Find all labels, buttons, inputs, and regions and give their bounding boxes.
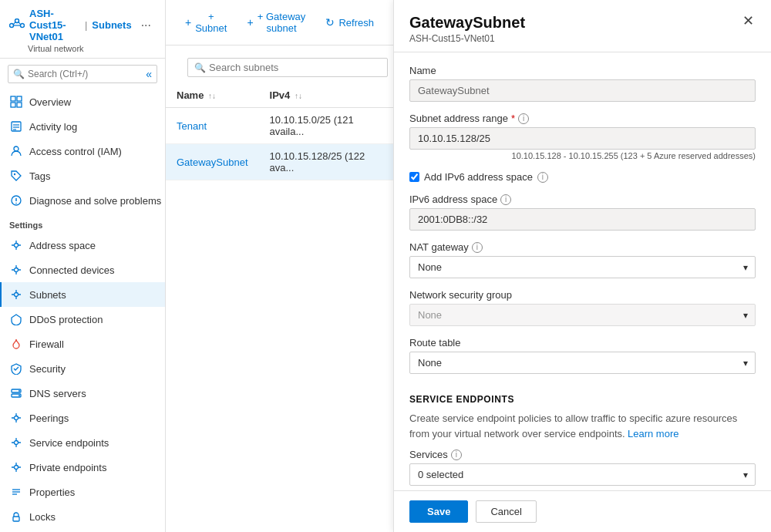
subnet-search-input[interactable] bbox=[209, 62, 381, 73]
services-select[interactable]: 0 selected bbox=[409, 463, 756, 486]
cancel-button[interactable]: Cancel bbox=[476, 500, 536, 523]
sidebar-header: ASH-Cust15-VNet01 | Subnets ··· Virtual … bbox=[0, 0, 165, 59]
services-info-icon[interactable]: i bbox=[451, 450, 462, 460]
subnet-search-icon: 🔍 bbox=[194, 62, 206, 73]
sidebar-item-firewall[interactable]: Firewall bbox=[0, 332, 165, 356]
learn-more-link[interactable]: Learn more bbox=[628, 428, 678, 439]
nat-gateway-info-icon[interactable]: i bbox=[472, 242, 483, 253]
sidebar-item-tags[interactable]: Tags bbox=[0, 163, 165, 188]
address-space-icon bbox=[9, 238, 23, 252]
name-field-group: Name bbox=[409, 65, 756, 102]
row-gateway-ipv4: 10.10.15.128/25 (122 ava... bbox=[259, 144, 393, 180]
svg-point-28 bbox=[15, 466, 19, 470]
subnet-range-label: Subnet address range * i bbox=[409, 113, 756, 124]
table-row[interactable]: Tenant 10.10.15.0/25 (121 availa... bbox=[166, 108, 393, 144]
subnet-range-group: Subnet address range * i 10.10.15.128 - … bbox=[409, 113, 756, 160]
sidebar-item-properties[interactable]: Properties bbox=[0, 480, 165, 504]
sidebar-item-security[interactable]: Security bbox=[0, 356, 165, 381]
sidebar-item-overview[interactable]: Overview bbox=[0, 89, 165, 114]
svg-point-1 bbox=[21, 23, 25, 27]
add-gateway-label: + Gateway subnet bbox=[258, 11, 306, 34]
tenant-link[interactable]: Tenant bbox=[177, 120, 207, 132]
access-control-label: Access control (IAM) bbox=[29, 146, 122, 157]
sidebar-collapse-button[interactable]: « bbox=[146, 68, 152, 80]
sidebar-search-box[interactable]: 🔍 « bbox=[8, 65, 157, 83]
nsg-group: Network security group None ▾ bbox=[409, 289, 756, 326]
panel-body: Name Subnet address range * i 10.10.15.1… bbox=[394, 52, 771, 490]
sidebar-more-button[interactable]: ··· bbox=[136, 15, 156, 35]
refresh-icon: ↻ bbox=[325, 16, 335, 29]
svg-rect-6 bbox=[11, 96, 15, 101]
nat-gateway-label: NAT gateway i bbox=[409, 241, 756, 253]
connected-devices-label: Connected devices bbox=[29, 264, 115, 276]
svg-point-25 bbox=[19, 395, 20, 396]
ipv6-space-info-icon[interactable]: i bbox=[500, 194, 511, 205]
add-subnet-button[interactable]: + + Subnet bbox=[177, 6, 235, 39]
gateway-link[interactable]: GatewaySubnet bbox=[177, 157, 248, 168]
service-endpoints-desc: Create service endpoint policies to allo… bbox=[409, 411, 756, 441]
save-button[interactable]: Save bbox=[409, 500, 468, 523]
col-name-sort-icon[interactable]: ↑↓ bbox=[208, 92, 216, 100]
sidebar-item-diagnose[interactable]: Diagnose and solve problems bbox=[0, 188, 165, 213]
service-endpoints-label: Service endpoints bbox=[29, 437, 109, 449]
private-endpoints-label: Private endpoints bbox=[29, 462, 106, 473]
ipv6-space-input[interactable] bbox=[409, 208, 756, 231]
sidebar-item-locks[interactable]: Locks bbox=[0, 504, 165, 529]
subnets-table: Name ↑↓ IPv4 ↑↓ Tenant 10.10.15.0/25 (12… bbox=[166, 83, 393, 180]
main-content: + + Subnet + + Gateway subnet ↻ Refresh … bbox=[166, 0, 393, 532]
service-endpoints-section-title: SERVICE ENDPOINTS bbox=[409, 394, 756, 405]
sidebar-nav: Overview Activity log Access control (IA… bbox=[0, 89, 165, 532]
sidebar-resource-name: ASH-Cust15-VNet01 bbox=[29, 8, 80, 42]
activity-log-label: Activity log bbox=[29, 121, 77, 133]
route-table-label: Route table bbox=[409, 337, 756, 348]
row-gateway-name: GatewaySubnet bbox=[166, 144, 259, 180]
settings-section-label: Settings bbox=[0, 213, 165, 233]
add-ipv6-info-icon[interactable]: i bbox=[537, 172, 548, 183]
ipv6-space-group: IPv6 address space i bbox=[409, 194, 756, 231]
sidebar-item-activity-log[interactable]: Activity log bbox=[0, 114, 165, 139]
add-ipv6-label[interactable]: Add IPv6 address space bbox=[424, 171, 533, 183]
add-gateway-icon: + bbox=[247, 16, 253, 29]
ddos-icon bbox=[9, 312, 23, 326]
sidebar-item-private-endpoints[interactable]: Private endpoints bbox=[0, 455, 165, 480]
refresh-button[interactable]: ↻ Refresh bbox=[317, 12, 382, 33]
properties-icon bbox=[9, 485, 23, 499]
subnet-range-info-icon[interactable]: i bbox=[518, 113, 529, 124]
sidebar-search-input[interactable] bbox=[28, 69, 144, 79]
services-group: Services i 0 selected ▾ bbox=[409, 449, 756, 486]
svg-line-3 bbox=[13, 22, 15, 25]
svg-point-27 bbox=[15, 441, 19, 445]
svg-point-26 bbox=[15, 416, 19, 420]
locks-icon bbox=[9, 510, 23, 524]
sidebar-item-ddos[interactable]: DDoS protection bbox=[0, 307, 165, 332]
sidebar-item-service-endpoints[interactable]: Service endpoints bbox=[0, 430, 165, 455]
sidebar-item-dns[interactable]: DNS servers bbox=[0, 381, 165, 406]
add-subnet-icon: + bbox=[185, 16, 191, 29]
services-select-wrapper: 0 selected ▾ bbox=[409, 463, 756, 486]
svg-point-20 bbox=[15, 268, 19, 272]
sidebar-item-peerings[interactable]: Peerings bbox=[0, 406, 165, 430]
route-table-select[interactable]: None bbox=[409, 352, 756, 374]
nsg-label: Network security group bbox=[409, 289, 756, 301]
sidebar-item-address-space[interactable]: Address space bbox=[0, 233, 165, 258]
panel-footer: Save Cancel bbox=[394, 490, 771, 532]
table-row[interactable]: GatewaySubnet 10.10.15.128/25 (122 ava..… bbox=[166, 144, 393, 180]
add-gateway-button[interactable]: + + Gateway subnet bbox=[238, 6, 314, 39]
add-ipv6-checkbox[interactable] bbox=[409, 172, 419, 182]
sidebar-item-access-control[interactable]: Access control (IAM) bbox=[0, 139, 165, 163]
dns-label: DNS servers bbox=[29, 388, 86, 399]
add-subnet-label: + Subnet bbox=[195, 11, 227, 34]
svg-rect-32 bbox=[13, 517, 19, 521]
subnet-search-box[interactable]: 🔍 bbox=[187, 58, 388, 77]
col-ipv4-sort-icon[interactable]: ↑↓ bbox=[295, 92, 302, 100]
panel-close-button[interactable]: ✕ bbox=[741, 14, 756, 28]
nsg-select: None bbox=[409, 304, 756, 326]
peerings-label: Peerings bbox=[29, 412, 69, 424]
sidebar-item-connected-devices[interactable]: Connected devices bbox=[0, 258, 165, 282]
overview-icon bbox=[9, 95, 23, 109]
svg-rect-7 bbox=[17, 96, 22, 101]
nat-gateway-select[interactable]: None bbox=[409, 256, 756, 278]
sidebar-item-subnets[interactable]: Subnets bbox=[0, 282, 165, 307]
subnet-range-input[interactable] bbox=[409, 127, 756, 150]
required-star: * bbox=[511, 113, 515, 124]
